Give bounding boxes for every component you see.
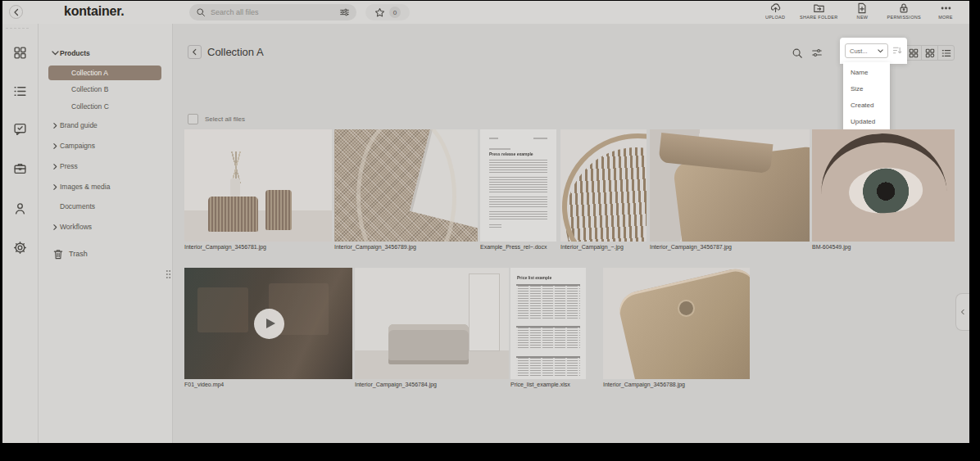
file-tile[interactable]: Interior_Campaign_3456784.jpg (355, 268, 509, 379)
select-all-row: Select all files (188, 114, 245, 124)
file-name: Interior_Campaign_3456789.jpg (334, 244, 416, 250)
file-tile[interactable]: Interior_Campaign_3456787.jpg (650, 129, 810, 242)
filter-sliders-icon[interactable] (339, 7, 350, 17)
rail-approvals-button[interactable] (13, 122, 27, 136)
filter-button[interactable] (810, 46, 824, 61)
sidebar-item-campaigns[interactable]: Campaigns (39, 139, 172, 152)
permissions-button[interactable]: PERMISSIONS (887, 2, 921, 20)
list-view-button[interactable] (937, 46, 954, 60)
more-button[interactable]: MORE (933, 2, 958, 20)
file-tile[interactable]: Price list example Price_list_example.xl… (510, 268, 586, 379)
file-name: Interior_Campaign_~.jpg (560, 244, 624, 250)
file-name: Example_Press_rel~.docx (480, 244, 547, 250)
thumbnail-image (355, 268, 509, 379)
sort-direction-icon[interactable] (892, 45, 902, 56)
chevron-right-icon (50, 142, 60, 150)
share-folder-icon (813, 2, 825, 14)
sidebar-item-trash[interactable]: Trash (53, 247, 88, 260)
collapse-panel-button[interactable] (9, 5, 23, 19)
sidebar-item-collection-c[interactable]: Collection C (39, 100, 172, 113)
app-logo: kontainer. (64, 4, 125, 19)
rail-list-button[interactable] (13, 84, 27, 98)
sort-option-name[interactable]: Name (843, 64, 890, 80)
sidebar-item-images-media[interactable]: Images & media (39, 180, 172, 193)
filter-sliders-icon (811, 47, 823, 58)
thumbnail-image (334, 129, 478, 242)
sort-option-size[interactable]: Size (843, 80, 890, 97)
sidebar-item-workflows[interactable]: Workflows (39, 220, 172, 233)
app-window: kontainer. Search all files 0 UPLOAD SHA… (2, 1, 969, 443)
favorites-count-badge: 0 (389, 7, 401, 18)
dashboard-grid-icon (13, 46, 27, 60)
chevron-right-icon (50, 122, 60, 129)
chevron-left-icon (960, 309, 965, 315)
file-tile[interactable]: Press release example Example_Press_rel~… (480, 129, 556, 242)
select-all-checkbox[interactable] (188, 114, 198, 124)
favorites-button[interactable]: 0 (365, 4, 410, 20)
icon-rail (2, 24, 39, 443)
thumbnail-image (603, 268, 750, 379)
grid-view-button[interactable] (905, 46, 921, 60)
chevron-right-icon (50, 163, 60, 170)
gear-icon (13, 241, 27, 255)
right-panel-toggle[interactable] (955, 293, 969, 331)
search-icon (792, 47, 803, 59)
file-tile[interactable]: F01_video.mp4 (184, 268, 352, 379)
topbar: kontainer. Search all files 0 UPLOAD SHA… (2, 1, 969, 25)
sort-option-updated[interactable]: Updated (843, 113, 890, 129)
file-tile[interactable]: Interior_Campaign_3456789.jpg (334, 129, 478, 242)
rail-briefcase-button[interactable] (13, 161, 27, 175)
trash-icon (53, 249, 63, 260)
file-tile[interactable]: Interior_Campaign_~.jpg (560, 129, 647, 242)
sort-select[interactable]: Cust... (845, 43, 888, 58)
file-name: Interior_Campaign_3456788.jpg (603, 382, 685, 387)
file-name: BM-604549.jpg (812, 244, 851, 250)
file-name: Interior_Campaign_3456787.jpg (650, 244, 732, 250)
sidebar-item-brand-guide[interactable]: Brand guide (39, 119, 172, 132)
search-input[interactable]: Search all files (189, 4, 356, 20)
sidebar-item-collection-b[interactable]: Collection B (39, 83, 172, 96)
user-icon (13, 201, 27, 215)
new-file-icon (856, 2, 868, 14)
share-folder-button[interactable]: SHARE FOLDER (800, 2, 837, 20)
sidebar-item-collection-a-selected[interactable]: Collection A (48, 66, 161, 80)
rail-dashboard-button[interactable] (13, 46, 27, 60)
file-name: F01_video.mp4 (184, 382, 224, 387)
sidebar-item-products[interactable]: Products (39, 47, 172, 60)
sort-option-created[interactable]: Created (843, 97, 890, 113)
search-in-folder-button[interactable] (790, 46, 805, 61)
select-all-label: Select all files (205, 115, 245, 123)
play-icon (254, 309, 284, 339)
document-title: Press release example (489, 151, 547, 156)
file-tile[interactable]: Interior_Campaign_3456781.jpg (184, 129, 332, 242)
sidebar: Products Collection A Collection B Colle… (39, 24, 173, 443)
more-dots-icon (940, 2, 952, 14)
folder-back-button[interactable] (188, 45, 202, 59)
file-tile[interactable]: BM-604549.jpg (812, 129, 955, 242)
search-placeholder: Search all files (211, 8, 334, 16)
sidebar-item-documents[interactable]: Documents (39, 200, 172, 213)
grid-info-view-icon (925, 48, 935, 58)
sidebar-item-press[interactable]: Press (39, 160, 172, 173)
file-name: Interior_Campaign_3456784.jpg (355, 382, 437, 387)
upload-button[interactable]: UPLOAD (763, 2, 787, 20)
chevron-down-icon (50, 51, 60, 56)
thumbnail-image (650, 129, 810, 242)
new-button[interactable]: NEW (850, 2, 874, 20)
rail-divider (6, 28, 29, 29)
sidebar-resize-handle[interactable] (166, 269, 171, 279)
grid-view-icon (909, 48, 919, 58)
comment-check-icon (13, 122, 27, 136)
star-icon (374, 7, 385, 18)
file-tile[interactable]: Interior_Campaign_3456788.jpg (603, 268, 750, 379)
thumbnail-video (184, 268, 352, 379)
chevron-left-icon (13, 8, 20, 16)
grid-info-view-button[interactable] (921, 46, 937, 60)
thumbnail-image (560, 129, 647, 242)
view-switcher (905, 45, 955, 61)
topbar-actions: UPLOAD SHARE FOLDER NEW PERMISSIONS MORE (763, 2, 958, 22)
briefcase-icon (13, 161, 27, 175)
rail-user-button[interactable] (13, 201, 27, 215)
rail-settings-button[interactable] (13, 241, 27, 255)
chevron-left-icon (192, 48, 197, 56)
